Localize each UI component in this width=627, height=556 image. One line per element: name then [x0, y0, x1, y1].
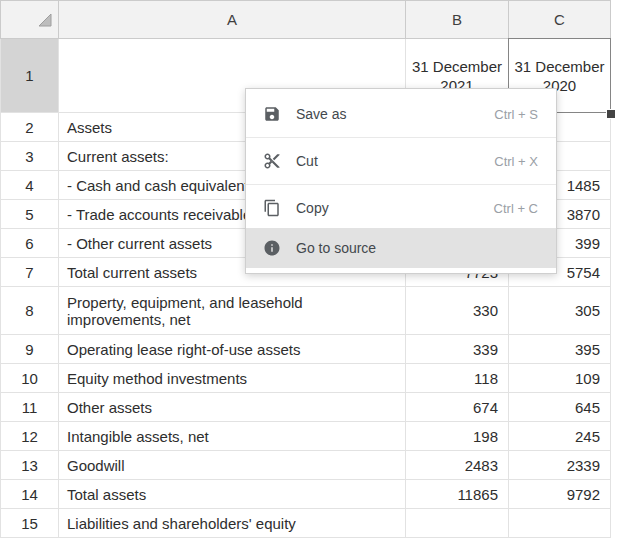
- row-number-6[interactable]: 6: [1, 229, 59, 258]
- row-number-10[interactable]: 10: [1, 364, 59, 393]
- cell-c11[interactable]: 645: [509, 393, 611, 422]
- menu-item-label: Cut: [296, 153, 494, 169]
- select-all-corner[interactable]: [1, 1, 59, 39]
- menu-item-save-as[interactable]: Save as Ctrl + S: [246, 94, 556, 134]
- row-number-11[interactable]: 11: [1, 393, 59, 422]
- menu-separator: [246, 137, 556, 138]
- cell-b13[interactable]: 2483: [406, 451, 509, 480]
- table-row: 10 Equity method investments 118 109: [1, 364, 611, 393]
- menu-item-copy[interactable]: Copy Ctrl + C: [246, 188, 556, 228]
- cell-b12[interactable]: 198: [406, 422, 509, 451]
- row-number-9[interactable]: 9: [1, 335, 59, 364]
- cell-a11[interactable]: Other assets: [59, 393, 406, 422]
- table-row: 12 Intangible assets, net 198 245: [1, 422, 611, 451]
- row-number-1[interactable]: 1: [1, 39, 59, 113]
- menu-item-go-to-source[interactable]: Go to source: [246, 228, 556, 268]
- menu-item-label: Save as: [296, 106, 494, 122]
- save-icon: [262, 104, 282, 124]
- row-number-12[interactable]: 12: [1, 422, 59, 451]
- cell-c9[interactable]: 395: [509, 335, 611, 364]
- cell-a12[interactable]: Intangible assets, net: [59, 422, 406, 451]
- cell-c8[interactable]: 305: [509, 287, 611, 335]
- menu-item-cut[interactable]: Cut Ctrl + X: [246, 141, 556, 181]
- cell-b15[interactable]: [406, 509, 509, 538]
- row-number-8[interactable]: 8: [1, 287, 59, 335]
- cell-a14[interactable]: Total assets: [59, 480, 406, 509]
- row-number-5[interactable]: 5: [1, 200, 59, 229]
- cell-a8[interactable]: Property, equipment, and leasehold impro…: [59, 287, 406, 335]
- table-row: 8 Property, equipment, and leasehold imp…: [1, 287, 611, 335]
- cell-c10[interactable]: 109: [509, 364, 611, 393]
- column-header-a[interactable]: A: [59, 1, 406, 39]
- info-icon: [262, 238, 282, 258]
- cell-c15[interactable]: [509, 509, 611, 538]
- cell-b10[interactable]: 118: [406, 364, 509, 393]
- cell-c14[interactable]: 9792: [509, 480, 611, 509]
- cell-a13[interactable]: Goodwill: [59, 451, 406, 480]
- menu-separator: [246, 184, 556, 185]
- table-row: 14 Total assets 11865 9792: [1, 480, 611, 509]
- cell-b8[interactable]: 330: [406, 287, 509, 335]
- menu-item-label: Go to source: [296, 240, 538, 256]
- table-row: 13 Goodwill 2483 2339: [1, 451, 611, 480]
- scissors-icon: [262, 151, 282, 171]
- menu-item-shortcut: Ctrl + S: [494, 107, 538, 122]
- table-row: 11 Other assets 674 645: [1, 393, 611, 422]
- row-number-4[interactable]: 4: [1, 171, 59, 200]
- menu-item-label: Copy: [296, 200, 494, 216]
- cell-b9[interactable]: 339: [406, 335, 509, 364]
- table-row: 15 Liabilities and shareholders' equity: [1, 509, 611, 538]
- fill-handle[interactable]: [606, 109, 616, 119]
- column-header-c[interactable]: C: [509, 1, 611, 39]
- row-number-14[interactable]: 14: [1, 480, 59, 509]
- row-number-3[interactable]: 3: [1, 142, 59, 171]
- cell-b14[interactable]: 11865: [406, 480, 509, 509]
- column-header-row: A B C: [1, 1, 611, 39]
- row-number-13[interactable]: 13: [1, 451, 59, 480]
- cell-a15[interactable]: Liabilities and shareholders' equity: [59, 509, 406, 538]
- table-row: 9 Operating lease right-of-use assets 33…: [1, 335, 611, 364]
- copy-icon: [262, 198, 282, 218]
- cell-a9[interactable]: Operating lease right-of-use assets: [59, 335, 406, 364]
- column-header-b[interactable]: B: [406, 1, 509, 39]
- menu-item-shortcut: Ctrl + C: [494, 201, 538, 216]
- cell-b11[interactable]: 674: [406, 393, 509, 422]
- row-number-2[interactable]: 2: [1, 113, 59, 142]
- cell-c12[interactable]: 245: [509, 422, 611, 451]
- row-number-7[interactable]: 7: [1, 258, 59, 287]
- context-menu: Save as Ctrl + S Cut Ctrl + X Copy Ctrl …: [245, 88, 557, 274]
- cell-c13[interactable]: 2339: [509, 451, 611, 480]
- cell-a10[interactable]: Equity method investments: [59, 364, 406, 393]
- row-number-15[interactable]: 15: [1, 509, 59, 538]
- menu-item-shortcut: Ctrl + X: [494, 154, 538, 169]
